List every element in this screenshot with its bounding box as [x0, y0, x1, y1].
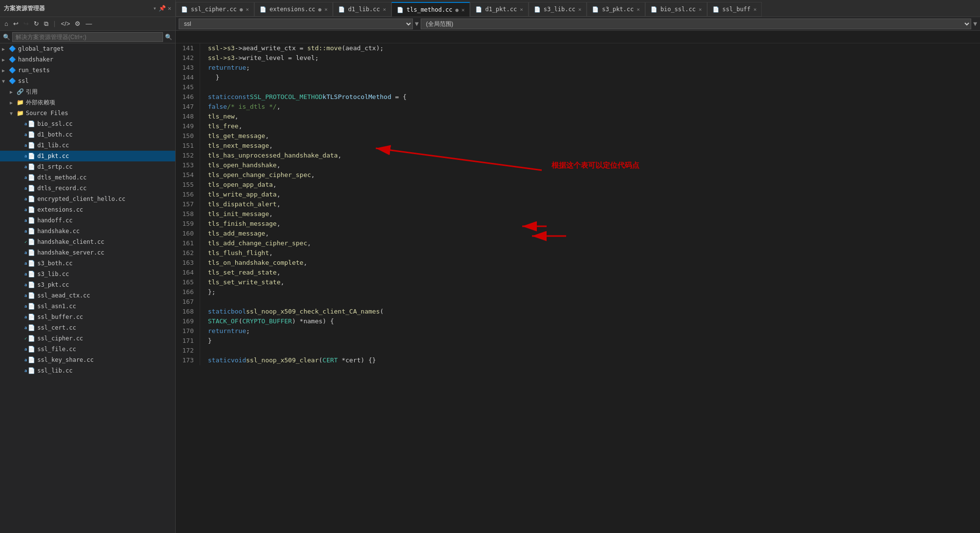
item-label-handshake_cc: handshake.cc: [37, 228, 80, 235]
home-button[interactable]: ⌂: [3, 20, 10, 28]
search-input[interactable]: [12, 32, 163, 42]
main-content: ▶🔷global_target▶🔷handshaker▶🔷run_tests▼🔷…: [0, 43, 980, 533]
item-icon: 📄: [28, 174, 35, 181]
tree-item-handshake_cc[interactable]: a📄handshake.cc: [0, 226, 175, 237]
tab-d1_pkt_cc[interactable]: 📄d1_pkt.cc×: [470, 2, 529, 17]
tab-close[interactable]: ×: [325, 6, 328, 13]
copy-button[interactable]: ⧉: [42, 20, 50, 28]
item-icon: 📄: [28, 142, 35, 149]
tree-item-d1_lib_cc[interactable]: a📄d1_lib.cc: [0, 140, 175, 151]
tree-item-external_deps[interactable]: ▶📁外部依赖项: [0, 97, 175, 108]
tab-bio_ssl_cc[interactable]: 📄bio_ssl.cc×: [645, 2, 707, 17]
item-icon: 🔷: [9, 45, 16, 52]
tree-item-s3_both_cc[interactable]: a📄s3_both.cc: [0, 258, 175, 269]
settings-button[interactable]: ⚙: [73, 20, 82, 28]
tree-item-encrypted_client_hello_cc[interactable]: a📄encrypted_client_hello.cc: [0, 194, 175, 204]
tree-item-d1_srtp_cc[interactable]: a📄d1_srtp.cc: [0, 161, 175, 172]
tab-close[interactable]: ✕: [462, 7, 465, 13]
item-icon: 📄: [28, 281, 35, 288]
item-icon: 📄: [28, 185, 35, 192]
close-icon[interactable]: ✕: [168, 5, 171, 12]
forward-button[interactable]: ↪: [22, 20, 30, 28]
code-line: tls_open_app_data,: [208, 180, 980, 190]
file-badge: a: [24, 293, 27, 298]
file-badge: a: [24, 315, 27, 319]
sync-button[interactable]: ↻: [32, 20, 41, 28]
tab-ssl_cipher_cc[interactable]: 📄ssl_cipher.cc●×: [176, 2, 254, 17]
tree-item-ssl_asn1_cc[interactable]: a📄ssl_asn1.cc: [0, 301, 175, 312]
expand-icon: ▶: [2, 57, 8, 62]
tree-item-handshake_client_cc[interactable]: ✓📄handshake_client.cc: [0, 237, 175, 247]
tree-item-ssl_buffer_cc[interactable]: a📄ssl_buffer.cc: [0, 312, 175, 322]
toolbar-row: ⌂ ↩ ↪ ↻ ⧉ | </> ⚙ — ssl ▼ (全局范围) ▼: [0, 17, 980, 31]
item-label-d1_lib_cc: d1_lib.cc: [37, 142, 69, 149]
dash-button[interactable]: —: [84, 20, 93, 28]
tree-item-ssl_file_cc[interactable]: a📄ssl_file.cc: [0, 344, 175, 355]
line-number: 164: [180, 268, 194, 277]
editor-area[interactable]: 1411421431441451461471481491501511521531…: [176, 43, 980, 533]
tab-close[interactable]: ×: [383, 6, 386, 13]
sidebar-title-buttons: ▾ 📌 ✕: [153, 5, 171, 12]
code-line: tls_on_handshake_complete,: [208, 258, 980, 268]
back-button[interactable]: ↩: [12, 20, 20, 28]
file-badge: a: [24, 368, 27, 373]
tab-d1_lib_cc[interactable]: 📄d1_lib.cc×: [333, 2, 391, 17]
tab-close[interactable]: ×: [520, 6, 523, 13]
tab-ssl_buff[interactable]: 📄ssl_buff×: [707, 2, 762, 17]
item-label-run_tests: run_tests: [18, 67, 50, 74]
tree-item-ssl_lib_cc[interactable]: a📄ssl_lib.cc: [0, 365, 175, 376]
tree-item-source_files[interactable]: ▼📁Source Files: [0, 108, 175, 118]
scope-selector-right[interactable]: (全局范围): [421, 19, 971, 29]
tab-s3_pkt_cc[interactable]: 📄s3_pkt.cc×: [587, 2, 645, 17]
tree-item-references[interactable]: ▶🔗引用: [0, 86, 175, 97]
code-button[interactable]: </>: [60, 20, 72, 28]
tab-extensions_cc[interactable]: 📄extensions.cc●×: [254, 2, 333, 17]
tree-item-ssl_cert_cc[interactable]: a📄ssl_cert.cc: [0, 322, 175, 333]
tree-item-s3_lib_cc[interactable]: a📄s3_lib.cc: [0, 269, 175, 279]
pin-icon[interactable]: ▾: [153, 5, 157, 12]
tab-tls_method_cc[interactable]: 📄tls_method.cc●✕: [391, 2, 470, 17]
tree-item-dtls_method_cc[interactable]: a📄dtls_method.cc: [0, 172, 175, 183]
search-end-icon: 🔍: [165, 34, 172, 40]
tree-item-bio_ssl_cc[interactable]: a📄bio_ssl.cc: [0, 118, 175, 129]
tree-item-d1_pkt_cc[interactable]: a📄d1_pkt.cc: [0, 151, 175, 161]
code-line: tls_write_app_data,: [208, 190, 980, 199]
tree-item-extensions_cc[interactable]: a📄extensions.cc: [0, 204, 175, 215]
tab-s3_lib_cc[interactable]: 📄s3_lib.cc×: [529, 2, 587, 17]
tab-close[interactable]: ×: [578, 6, 582, 13]
tree-item-s3_pkt_cc[interactable]: a📄s3_pkt.cc: [0, 279, 175, 290]
tree-item-ssl_key_share_cc[interactable]: a📄ssl_key_share.cc: [0, 355, 175, 365]
tree-item-handshaker[interactable]: ▶🔷handshaker: [0, 54, 175, 65]
line-number: 151: [180, 141, 194, 151]
item-icon: 📄: [28, 249, 35, 256]
line-number: 173: [180, 355, 194, 365]
line-numbers: 1411421431441451461471481491501511521531…: [176, 43, 200, 365]
tree-item-handshake_server_cc[interactable]: a📄handshake_server.cc: [0, 247, 175, 258]
code-line: tls_flush_flight,: [208, 248, 980, 258]
line-number: 159: [180, 219, 194, 229]
tab-close[interactable]: ×: [754, 6, 757, 13]
item-icon: 📄: [28, 163, 35, 170]
push-pin-icon[interactable]: 📌: [159, 5, 166, 12]
tree-item-run_tests[interactable]: ▶🔷run_tests: [0, 65, 175, 76]
tree-item-ssl[interactable]: ▼🔷ssl: [0, 76, 175, 86]
tree-item-global_target[interactable]: ▶🔷global_target: [0, 43, 175, 54]
tree-item-ssl_cipher_cc[interactable]: ✓📄ssl_cipher.cc: [0, 333, 175, 344]
tab-close[interactable]: ×: [637, 6, 640, 13]
tree-item-handoff_cc[interactable]: a📄handoff.cc: [0, 215, 175, 226]
tab-close[interactable]: ×: [246, 6, 249, 13]
file-icon: 📄: [713, 6, 719, 13]
code-line: return true;: [208, 326, 980, 336]
tree-item-dtls_record_cc[interactable]: a📄dtls_record.cc: [0, 183, 175, 194]
item-label-handshake_client_cc: handshake_client.cc: [37, 238, 104, 245]
file-icon: 📄: [260, 6, 266, 13]
expand-icon: ▶: [10, 89, 16, 95]
file-icon: 📄: [475, 6, 482, 13]
line-number: 171: [180, 336, 194, 346]
item-label-ssl_key_share_cc: ssl_key_share.cc: [37, 356, 94, 363]
tree-item-d1_both_cc[interactable]: a📄d1_both.cc: [0, 129, 175, 140]
tree-item-ssl_aead_ctx_cc[interactable]: a📄ssl_aead_ctx.cc: [0, 290, 175, 301]
tab-close[interactable]: ×: [698, 6, 702, 13]
scope-selector-left[interactable]: ssl: [179, 19, 413, 29]
code-line: static void ssl_noop_x509_clear(CERT *ce…: [208, 355, 980, 365]
